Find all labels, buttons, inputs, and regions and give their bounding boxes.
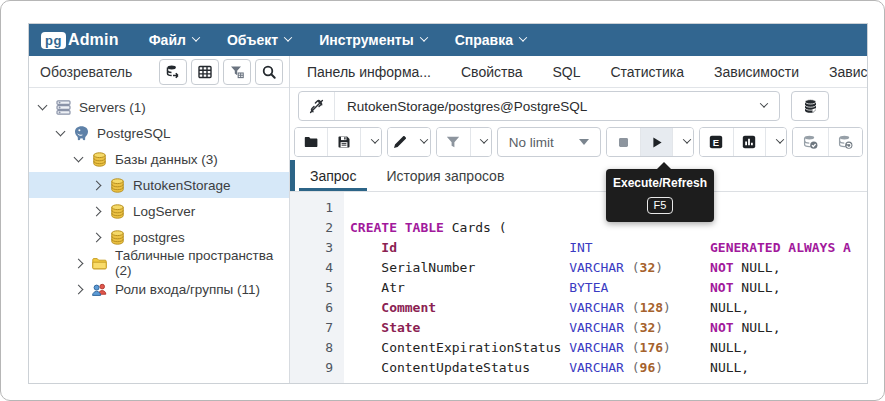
explain-options-button[interactable] bbox=[765, 128, 786, 156]
query-tab[interactable]: Запрос bbox=[295, 160, 371, 191]
chevron-icon[interactable] bbox=[38, 101, 48, 111]
limit-value: No limit bbox=[509, 135, 554, 150]
roles-icon bbox=[91, 281, 108, 298]
menu-item-label: Справка bbox=[455, 32, 513, 48]
edit-pencil-icon bbox=[392, 134, 408, 150]
chevron-icon[interactable] bbox=[74, 284, 84, 294]
panel-tab[interactable]: Панель информа... bbox=[307, 64, 431, 80]
chevron-down-icon bbox=[419, 135, 427, 143]
database-icon bbox=[91, 151, 108, 168]
sql-editor[interactable]: 123456789 CREATE TABLE Cards ( Id INT GE… bbox=[290, 192, 867, 383]
panel-tab[interactable]: SQL bbox=[552, 64, 580, 80]
app-header: pg Admin Файл Объект Инструменты Справка bbox=[29, 24, 867, 56]
main-panel: Панель информа...СвойстваSQLСтатистикаЗа… bbox=[290, 56, 867, 383]
chevron-icon[interactable] bbox=[74, 258, 84, 268]
panel-tab[interactable]: Зависимости bbox=[714, 64, 799, 80]
folder-icon bbox=[91, 255, 108, 272]
tree-item[interactable]: LogServer bbox=[29, 198, 289, 224]
panel-tab[interactable]: Статистика bbox=[610, 64, 684, 80]
open-file-button[interactable] bbox=[295, 128, 327, 156]
code-line: Id INT GENERATED ALWAYS A bbox=[344, 238, 867, 258]
chevron-icon[interactable] bbox=[56, 127, 66, 137]
server-stack-icon bbox=[55, 99, 72, 116]
tree-item-label: postgres bbox=[133, 230, 185, 245]
explain-button[interactable]: E bbox=[700, 128, 732, 156]
code-line: ContentUpdateStatus VARCHAR (96) NULL, bbox=[344, 358, 867, 378]
tree-item-label: PostgreSQL bbox=[97, 126, 171, 141]
menu-item[interactable]: Инструменты bbox=[319, 32, 427, 48]
code-line: SerialNumber VARCHAR (32) NOT NULL, bbox=[344, 258, 867, 278]
object-explorer-header: Обозреватель bbox=[29, 56, 289, 88]
grid-view-button[interactable] bbox=[191, 59, 219, 85]
execute-button[interactable] bbox=[640, 128, 673, 156]
save-button[interactable] bbox=[327, 128, 360, 156]
filter-rows-button[interactable] bbox=[223, 59, 251, 85]
new-connection-button[interactable] bbox=[791, 91, 829, 121]
svg-text:E: E bbox=[713, 137, 719, 148]
tree-item[interactable]: Роли входа/группы (11) bbox=[29, 276, 289, 302]
plug-disconnected-icon bbox=[299, 92, 335, 120]
play-icon bbox=[649, 135, 664, 150]
menu-item[interactable]: Файл bbox=[149, 32, 199, 48]
database-icon bbox=[109, 203, 126, 220]
explain-icon: E bbox=[708, 134, 724, 150]
menu-item[interactable]: Объект bbox=[227, 32, 291, 48]
commit-button[interactable] bbox=[793, 128, 827, 156]
tree-item-label: RutokenStorage bbox=[133, 178, 231, 193]
chevron-down-icon bbox=[370, 135, 378, 143]
tree-item[interactable]: postgres bbox=[29, 224, 289, 250]
chevron-icon[interactable] bbox=[92, 232, 102, 242]
chevron-down-icon bbox=[775, 135, 783, 143]
code-area[interactable]: CREATE TABLE Cards ( Id INT GENERATED AL… bbox=[344, 192, 867, 383]
logo-admin-text: Admin bbox=[68, 31, 119, 49]
query-tab[interactable]: История запросов bbox=[371, 160, 519, 191]
edit-button[interactable] bbox=[388, 128, 430, 156]
panel-tab[interactable]: Зависимые bbox=[829, 64, 867, 80]
query-tab-bar: ЗапросИстория запросов bbox=[290, 160, 867, 192]
panel-tab[interactable]: Свойства bbox=[461, 64, 522, 80]
filter-options-button[interactable] bbox=[470, 128, 491, 156]
tree-item[interactable]: RutokenStorage bbox=[29, 172, 289, 198]
filter-button[interactable] bbox=[437, 128, 469, 156]
rollback-button[interactable] bbox=[828, 128, 862, 156]
panel-tab-bar: Панель информа...СвойстваSQLСтатистикаЗа… bbox=[290, 56, 867, 88]
menu-item[interactable]: Справка bbox=[455, 32, 526, 48]
tree-item[interactable]: PostgreSQL bbox=[29, 120, 289, 146]
chevron-icon[interactable] bbox=[74, 153, 84, 163]
pgadmin-logo: pg Admin bbox=[41, 31, 119, 49]
stop-button[interactable] bbox=[607, 128, 639, 156]
connection-select[interactable]: RutokenStorage/postgres@PostgreSQL bbox=[335, 92, 779, 120]
search-objects-button[interactable] bbox=[255, 59, 283, 85]
filter-table-icon bbox=[229, 64, 245, 80]
caret-down-icon bbox=[579, 139, 589, 145]
tree-item[interactable]: Servers (1) bbox=[29, 94, 289, 120]
search-icon bbox=[261, 64, 277, 80]
tree-item[interactable]: Базы данных (3) bbox=[29, 146, 289, 172]
query-toolbar: No limit bbox=[290, 124, 867, 160]
code-line: ContentExpirationStatus VARCHAR (176) NU… bbox=[344, 338, 867, 358]
connection-value: RutokenStorage/postgres@PostgreSQL bbox=[347, 99, 587, 114]
object-explorer-toolbar bbox=[159, 59, 283, 85]
menu-item-label: Инструменты bbox=[319, 32, 414, 48]
tooltip-title: Execute/Refresh bbox=[612, 176, 708, 190]
commit-icon bbox=[802, 134, 819, 151]
connection-group: RutokenStorage/postgres@PostgreSQL bbox=[298, 91, 780, 121]
chevron-icon[interactable] bbox=[92, 206, 102, 216]
chevron-down-icon bbox=[682, 135, 690, 143]
tree-item-label: Servers (1) bbox=[79, 100, 146, 115]
limit-select[interactable]: No limit bbox=[497, 127, 601, 157]
line-number: 2 bbox=[290, 218, 344, 238]
tree-item-label: Табличные пространства (2) bbox=[115, 248, 289, 278]
explain-analyze-button[interactable] bbox=[733, 128, 766, 156]
postgresql-icon bbox=[73, 125, 90, 142]
database-connect-button[interactable] bbox=[159, 59, 187, 85]
logo-pg-badge: pg bbox=[41, 32, 66, 49]
tree-item[interactable]: Табличные пространства (2) bbox=[29, 250, 289, 276]
execute-options-button[interactable] bbox=[672, 128, 693, 156]
chevron-icon[interactable] bbox=[92, 180, 102, 190]
object-explorer-title: Обозреватель bbox=[40, 64, 132, 80]
stop-icon bbox=[616, 135, 631, 150]
chevron-down-icon bbox=[284, 33, 292, 41]
menu-item-label: Файл bbox=[149, 32, 186, 48]
save-options-button[interactable] bbox=[360, 128, 381, 156]
